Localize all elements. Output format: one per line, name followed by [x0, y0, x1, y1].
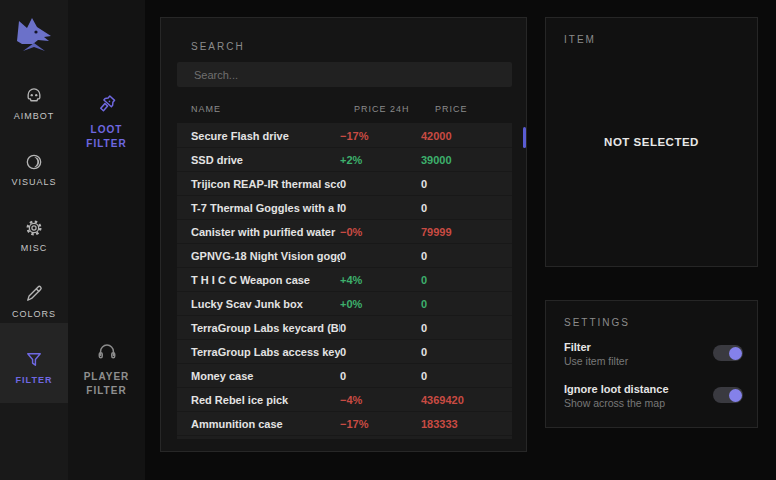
sidebar-item-colors[interactable]: COLORS: [0, 284, 68, 319]
item-price-24h: 0: [340, 346, 421, 358]
item-price: 0: [421, 274, 512, 286]
wolf-logo: [0, 10, 68, 56]
sidebar-item-aimbot[interactable]: AIMBOT: [0, 86, 68, 121]
item-price-24h: −17%: [340, 418, 421, 430]
pen-icon: [24, 284, 44, 301]
item-name: Secure Flash drive: [177, 130, 340, 142]
item-name: TerraGroup Labs keycard (Blue): [177, 322, 340, 334]
settings-panel: SETTINGS Filter Use item filter Ignore l…: [545, 300, 758, 428]
item-name: Red Rebel ice pick: [177, 394, 340, 406]
sidebar-item-label: VISUALS: [0, 177, 68, 187]
table-row[interactable]: GPNVG-18 Night Vision goggles 0 0: [177, 244, 512, 268]
item-price-24h: 0: [340, 178, 421, 190]
moon-contrast-icon: [24, 152, 44, 169]
wolf-icon: [10, 10, 58, 56]
scrollbar-thumb[interactable]: [523, 127, 526, 148]
subnav: LOOT FILTER PLAYER FILTER: [68, 0, 145, 480]
sidebar-item-label: FILTER: [0, 375, 68, 385]
item-empty-state: NOT SELECTED: [546, 136, 757, 148]
table-row[interactable]: TerraGroup Labs access keycard 0 0: [177, 340, 512, 364]
subnav-item-label: PLAYER FILTER: [79, 370, 135, 398]
item-price: 0: [421, 298, 512, 310]
sidebar-item-label: AIMBOT: [0, 111, 68, 121]
table-row[interactable]: Canister with purified water −0% 79999: [177, 220, 512, 244]
item-name: T-7 Thermal Goggles with a Night: [177, 202, 340, 214]
search-input[interactable]: [177, 62, 512, 87]
sidebar-item-label: COLORS: [0, 309, 68, 319]
item-table: Secure Flash drive −17% 42000 SSD drive …: [177, 123, 512, 439]
settings-panel-title: SETTINGS: [564, 317, 630, 328]
table-row[interactable]: T H I C C Weapon case +4% 0: [177, 268, 512, 292]
subnav-item-loot-filter[interactable]: LOOT FILTER: [68, 93, 145, 151]
item-price: 0: [421, 178, 512, 190]
item-price: 0: [421, 202, 512, 214]
sidebar-item-label: MISC: [0, 243, 68, 253]
table-row[interactable]: Secure Flash drive −17% 42000: [177, 124, 512, 148]
table-row[interactable]: Trijicon REAP-IR thermal scope 0 0: [177, 172, 512, 196]
table-row[interactable]: Lucky Scav Junk box +0% 0: [177, 292, 512, 316]
table-row[interactable]: TerraGroup Labs keycard (Blue) 0 0: [177, 316, 512, 340]
item-price-24h: 0: [340, 322, 421, 334]
item-price: 183333: [421, 418, 512, 430]
item-price: 42000: [421, 130, 512, 142]
item-panel: ITEM NOT SELECTED: [545, 17, 758, 267]
item-name: Canister with purified water: [177, 226, 340, 238]
skull-icon: [24, 86, 44, 103]
item-price-24h: +2%: [340, 154, 421, 166]
item-price: 4369420: [421, 394, 512, 406]
gear-icon: [24, 218, 44, 235]
item-price-24h: 0: [340, 250, 421, 262]
item-name: Ammunition case: [177, 418, 340, 430]
item-price: 39000: [421, 154, 512, 166]
item-price-24h: 0: [340, 370, 421, 382]
table-row[interactable]: T-7 Thermal Goggles with a Night 0 0: [177, 196, 512, 220]
item-price: 79999: [421, 226, 512, 238]
item-price-24h: −17%: [340, 130, 421, 142]
sidebar-item-misc[interactable]: MISC: [0, 218, 68, 253]
item-price: 0: [421, 250, 512, 262]
table-row[interactable]: Money case 0 0: [177, 364, 512, 388]
item-name: Trijicon REAP-IR thermal scope: [177, 178, 340, 190]
table-row[interactable]: SSD drive +2% 39000: [177, 148, 512, 172]
item-name: Lucky Scav Junk box: [177, 298, 340, 310]
item-price-24h: −4%: [340, 394, 421, 406]
column-header-price24h: PRICE 24H: [354, 104, 410, 114]
item-price-24h: +4%: [340, 274, 421, 286]
subnav-item-player-filter[interactable]: PLAYER FILTER: [68, 340, 145, 398]
table-row[interactable]: Ammunition case −17% 183333: [177, 412, 512, 436]
item-price-24h: +0%: [340, 298, 421, 310]
item-price: 0: [421, 346, 512, 358]
toggle-knob: [729, 347, 742, 360]
toggle-knob: [729, 389, 742, 402]
column-header-price: PRICE: [435, 104, 468, 114]
funnel-icon: [24, 350, 44, 367]
item-price-24h: −0%: [340, 226, 421, 238]
item-price-24h: 0: [340, 202, 421, 214]
subnav-item-label: LOOT FILTER: [79, 123, 135, 151]
item-name: T H I C C Weapon case: [177, 274, 340, 286]
loot-filter-panel: SEARCH NAME PRICE 24H PRICE Secure Flash…: [160, 17, 527, 452]
item-name: Money case: [177, 370, 340, 382]
item-panel-title: ITEM: [564, 34, 596, 45]
column-header-name: NAME: [191, 104, 221, 114]
filter-toggle[interactable]: [713, 345, 743, 361]
setting-ignore-loot-distance: Ignore loot distance Show across the map: [564, 383, 743, 415]
item-name: TerraGroup Labs access keycard: [177, 346, 340, 358]
item-price: 0: [421, 370, 512, 382]
item-price: 0: [421, 322, 512, 334]
headphones-icon: [96, 340, 118, 357]
setting-filter: Filter Use item filter: [564, 341, 743, 373]
ignore-loot-distance-toggle[interactable]: [713, 387, 743, 403]
sidebar-item-visuals[interactable]: VISUALS: [0, 152, 68, 187]
sidebar-item-filter[interactable]: FILTER: [0, 350, 68, 385]
sidebar: AIMBOT VISUALS MISC COLORS: [0, 0, 68, 480]
flashlight-icon: [96, 93, 118, 110]
search-section-title: SEARCH: [191, 41, 245, 52]
table-row[interactable]: Red Rebel ice pick −4% 4369420: [177, 388, 512, 412]
item-name: SSD drive: [177, 154, 340, 166]
item-name: GPNVG-18 Night Vision goggles: [177, 250, 340, 262]
app-window: { "colors": { "accent": "#6f68e2", "red"…: [0, 0, 776, 480]
